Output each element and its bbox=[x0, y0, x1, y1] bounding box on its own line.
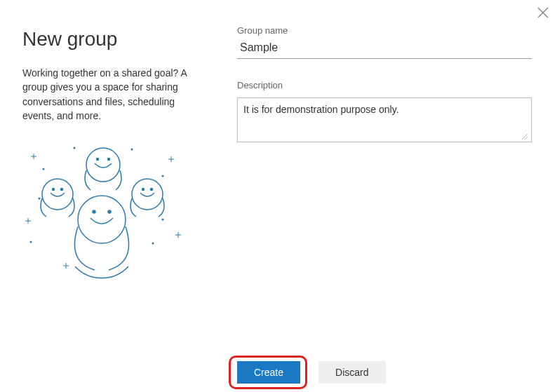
svg-point-10 bbox=[93, 210, 95, 213]
svg-point-12 bbox=[43, 168, 45, 170]
svg-point-7 bbox=[142, 189, 145, 191]
resize-handle-icon[interactable] bbox=[521, 133, 529, 141]
svg-line-22 bbox=[522, 134, 528, 140]
svg-point-11 bbox=[108, 210, 111, 213]
group-illustration bbox=[22, 144, 184, 284]
svg-point-2 bbox=[108, 158, 110, 161]
svg-point-1 bbox=[97, 158, 99, 161]
svg-point-14 bbox=[30, 241, 32, 243]
group-name-label: Group name bbox=[237, 25, 532, 36]
svg-point-4 bbox=[53, 189, 55, 191]
svg-point-3 bbox=[42, 179, 73, 210]
group-name-input[interactable] bbox=[237, 39, 532, 59]
dialog-description: Working together on a shared goal? A gro… bbox=[22, 66, 191, 123]
svg-point-16 bbox=[131, 149, 133, 151]
svg-point-19 bbox=[39, 198, 41, 200]
svg-line-23 bbox=[525, 137, 528, 140]
svg-point-9 bbox=[78, 196, 126, 243]
new-group-dialog: New group Working together on a shared g… bbox=[0, 0, 557, 392]
svg-point-8 bbox=[151, 189, 153, 191]
close-icon[interactable] bbox=[536, 6, 550, 20]
description-input[interactable] bbox=[237, 97, 532, 142]
dialog-title: New group bbox=[22, 28, 191, 50]
description-field: Description bbox=[237, 80, 532, 145]
svg-point-6 bbox=[132, 179, 163, 210]
dialog-footer: Create Discard bbox=[210, 354, 557, 392]
svg-point-17 bbox=[152, 243, 154, 245]
svg-point-13 bbox=[162, 175, 164, 177]
svg-point-5 bbox=[61, 189, 63, 191]
create-button[interactable]: Create bbox=[237, 361, 300, 384]
discard-button[interactable]: Discard bbox=[318, 361, 385, 384]
info-panel: New group Working together on a shared g… bbox=[0, 0, 210, 392]
form-panel: Group name Description Create Discard bbox=[210, 0, 557, 392]
svg-point-18 bbox=[162, 219, 164, 221]
svg-point-0 bbox=[86, 148, 120, 182]
description-label: Description bbox=[237, 80, 532, 90]
svg-point-15 bbox=[74, 147, 76, 149]
group-name-field: Group name bbox=[237, 25, 532, 59]
